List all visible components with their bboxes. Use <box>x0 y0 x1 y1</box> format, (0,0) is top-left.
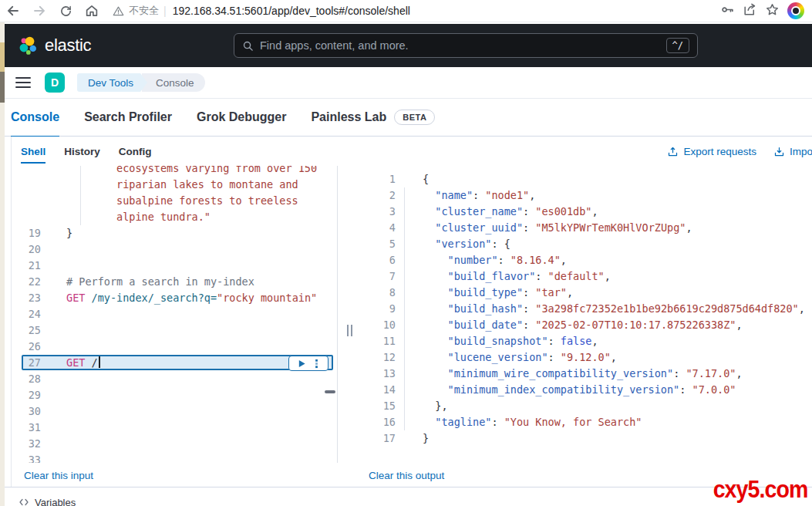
code-token: "You Know, for Search" <box>504 416 642 428</box>
editor-active-line[interactable]: 27GET / <box>12 355 337 371</box>
code-token: alpine tundra." <box>66 211 211 223</box>
code-line: 24 <box>12 306 337 322</box>
response-output[interactable]: 1{2 "name": "node1",3 "cluster_name": "e… <box>363 166 812 463</box>
share-icon[interactable] <box>743 2 757 20</box>
code-token: , <box>529 189 535 201</box>
key-icon[interactable] <box>720 2 735 20</box>
line-number: 30 <box>12 403 41 420</box>
code-token: , <box>567 286 573 299</box>
code-token: "build_snapshot" <box>448 335 548 347</box>
code-token: "tar" <box>535 286 567 299</box>
code-token: # Perform a search in my-index <box>66 275 254 288</box>
kebab-menu-icon[interactable] <box>314 359 319 369</box>
request-editor[interactable]: ecosystems varying from over 150 riparia… <box>12 166 338 463</box>
code-line: 28 <box>12 371 337 387</box>
star-icon[interactable] <box>765 2 780 20</box>
code-token: { <box>423 173 429 185</box>
home-icon[interactable] <box>79 1 105 21</box>
breadcrumb-row: D Dev Tools Console <box>5 67 812 99</box>
line-number: 6 <box>363 252 396 268</box>
code-line: 25 <box>12 322 337 339</box>
code-token: : <box>548 335 561 347</box>
clear-output-link[interactable]: Clear this output <box>369 470 444 481</box>
code-line: 15 }, <box>363 398 812 414</box>
global-search-input[interactable]: Find apps, content, and more. ^/ <box>234 33 698 58</box>
code-token <box>423 221 435 234</box>
subtab-config[interactable]: Config <box>119 137 152 166</box>
subtab-shell[interactable]: Shell <box>21 137 45 166</box>
breadcrumb-dev-tools[interactable]: Dev Tools <box>77 73 147 92</box>
export-requests-button[interactable]: Export requests <box>667 146 756 157</box>
code-line: 5 "version": { <box>363 236 812 252</box>
panel-resizer[interactable] <box>338 166 363 463</box>
code-token: , <box>591 335 598 347</box>
tab-console[interactable]: Console <box>11 99 59 137</box>
code-token: : <box>523 286 535 299</box>
tab-painless-lab[interactable]: Painless Lab BETA <box>311 99 435 137</box>
subtab-history[interactable]: History <box>64 137 100 166</box>
code-line: 12 "lucene_version": "9.12.0", <box>363 349 812 366</box>
code-line: 9 "build_hash": "3a298fc72352e1b1be92b66… <box>363 301 812 317</box>
request-actions[interactable] <box>288 356 329 371</box>
code-token: , <box>611 351 617 363</box>
search-icon <box>242 40 254 52</box>
code-token: "build_date" <box>448 319 524 331</box>
export-icon <box>667 146 679 157</box>
forward-icon[interactable] <box>26 1 52 21</box>
line-number: 7 <box>363 268 396 285</box>
code-line: 20 <box>12 241 337 258</box>
code-line: subalpine forests to treeless <box>12 193 337 209</box>
line-number: 14 <box>363 382 396 398</box>
import-requests-button[interactable]: Impo <box>773 146 812 157</box>
tab-grok-debugger[interactable]: Grok Debugger <box>197 99 286 137</box>
code-line: 8 "build_type": "tar", <box>363 285 812 301</box>
code-token <box>423 416 435 428</box>
back-icon[interactable] <box>0 1 26 21</box>
code-token: "3a298fc72352e1b1be92b6619c29d875d64df82… <box>535 302 798 315</box>
url-text: 192.168.34.51:5601/app/dev_tools#/consol… <box>173 5 410 17</box>
tab-search-profiler[interactable]: Search Profiler <box>84 99 172 137</box>
editor-scrollbar-thumb[interactable] <box>325 390 335 393</box>
line-number <box>12 177 41 193</box>
address-bar[interactable]: 不安全 | 192.168.34.51:5601/app/dev_tools#/… <box>113 4 720 18</box>
tab-painless-lab-label: Painless Lab <box>311 110 386 124</box>
line-number <box>12 193 41 209</box>
line-number: 11 <box>363 333 396 349</box>
warning-icon <box>113 5 124 17</box>
line-number: 1 <box>363 171 396 187</box>
code-token: "cluster_name" <box>435 205 523 218</box>
code-token <box>423 367 448 380</box>
reload-icon[interactable] <box>52 1 79 21</box>
code-token: "8.16.4" <box>510 254 561 266</box>
code-token: : <box>491 416 504 428</box>
resizer-handle-icon[interactable] <box>347 325 355 336</box>
clear-links-row: Clear this input Clear this output <box>12 463 812 487</box>
code-token: "number" <box>448 254 498 266</box>
menu-icon[interactable] <box>15 74 31 91</box>
browser-toolbar: 不安全 | 192.168.34.51:5601/app/dev_tools#/… <box>0 0 812 22</box>
line-number: 12 <box>363 349 396 366</box>
play-icon[interactable] <box>298 359 306 368</box>
code-line: 1{ <box>363 171 812 187</box>
extension-icon[interactable] <box>787 2 804 19</box>
line-number: 23 <box>12 290 41 306</box>
code-token: "default" <box>548 270 605 282</box>
line-number: 27 <box>12 355 41 371</box>
code-token: riparian lakes to montane and <box>66 178 298 191</box>
line-number: 2 <box>363 187 396 204</box>
code-token: , <box>736 367 742 380</box>
clear-input-link[interactable]: Clear this input <box>24 470 93 481</box>
console-panel: Shell History Config Export requests Imp… <box>11 137 812 487</box>
code-token: "9.12.0" <box>561 351 611 363</box>
code-line: 10 "build_date": "2025-02-07T10:10:17.87… <box>363 317 812 333</box>
line-number: 8 <box>363 285 396 301</box>
code-line: 23GET /my-index/_search?q="rocky mountai… <box>12 290 337 306</box>
code-line: 32 <box>12 436 337 452</box>
code-token <box>423 286 448 299</box>
variables-button[interactable]: Variables <box>19 497 76 506</box>
space-avatar[interactable]: D <box>45 73 65 93</box>
code-line: 13 "minimum_wire_compatibility_version":… <box>363 366 812 382</box>
not-secure-label: 不安全 <box>129 4 159 18</box>
line-number: 24 <box>12 306 41 322</box>
elastic-brand[interactable]: elastic <box>17 35 91 56</box>
